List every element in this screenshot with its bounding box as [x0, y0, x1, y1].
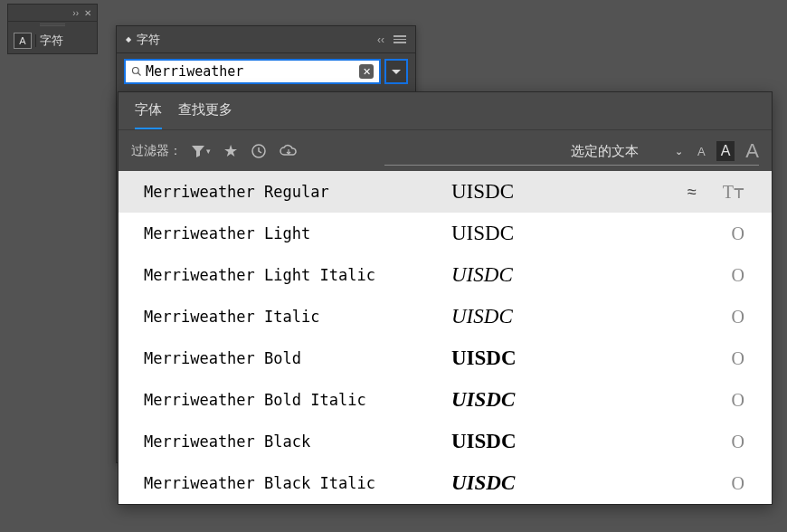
- font-search-box[interactable]: ✕: [124, 59, 381, 84]
- font-row[interactable]: Merriweather RegularUISDC≈Tᴛ: [119, 171, 772, 213]
- tab-fonts[interactable]: 字体: [135, 101, 162, 129]
- font-type-icon: O: [710, 348, 744, 369]
- close-icon[interactable]: ✕: [84, 8, 91, 18]
- font-row[interactable]: Merriweather ItalicUISDCO: [119, 296, 772, 337]
- chevron-down-icon: [392, 70, 401, 74]
- font-sample-preview: UISDC: [451, 263, 674, 287]
- clear-icon[interactable]: ✕: [359, 64, 374, 79]
- favorite-star-icon[interactable]: ★: [223, 141, 238, 161]
- font-row[interactable]: Merriweather BoldUISDCO: [119, 337, 772, 379]
- chevron-down-icon: ⌄: [675, 146, 683, 157]
- svg-point-0: [133, 68, 139, 74]
- menu-icon[interactable]: [394, 33, 406, 46]
- expand-icon[interactable]: ››: [72, 8, 79, 18]
- font-sample-preview: UISDC: [451, 305, 674, 328]
- tab-find-more[interactable]: 查找更多: [178, 101, 232, 129]
- bullet-icon: ◆: [126, 35, 131, 43]
- character-label: 字符: [40, 33, 63, 49]
- font-name-label: Merriweather Bold Italic: [144, 391, 451, 409]
- sample-text-label: 选定的文本: [571, 143, 639, 160]
- tool-panel: ›› ✕ A 字符: [7, 4, 98, 54]
- character-icon: A: [14, 33, 32, 49]
- drag-handle[interactable]: [8, 21, 97, 28]
- font-sample-preview: UISDC: [451, 388, 674, 412]
- font-name-label: Merriweather Black Italic: [144, 474, 451, 492]
- filter-label: 过滤器：: [131, 143, 182, 159]
- font-type-icon: O: [710, 223, 744, 244]
- font-name-label: Merriweather Light Italic: [144, 266, 451, 284]
- font-dropdown-toggle[interactable]: [384, 59, 408, 84]
- divider: [131, 165, 759, 166]
- font-similarity-badge: ≈: [674, 183, 710, 202]
- search-icon: [131, 66, 142, 77]
- font-size-medium[interactable]: A: [716, 141, 735, 161]
- font-name-label: Merriweather Light: [144, 224, 451, 242]
- font-search-row: ✕: [117, 53, 415, 90]
- font-name-label: Merriweather Bold: [144, 349, 451, 367]
- panel-title: 字符: [137, 32, 160, 48]
- character-panel-button[interactable]: A 字符: [8, 28, 97, 53]
- sample-text-select[interactable]: 选定的文本 ⌄: [567, 140, 687, 163]
- font-sample-preview: UISDC: [451, 471, 674, 495]
- font-row[interactable]: Merriweather BlackUISDCO: [119, 421, 772, 462]
- font-sample-preview: UISDC: [451, 347, 674, 370]
- font-sample-preview: UISDC: [451, 430, 674, 453]
- font-row[interactable]: Merriweather Bold ItalicUISDCO: [119, 379, 772, 421]
- filter-funnel-icon[interactable]: ▾: [191, 144, 211, 158]
- font-row[interactable]: Merriweather Black ItalicUISDCO: [119, 462, 772, 504]
- font-list: Merriweather RegularUISDC≈TᴛMerriweather…: [119, 171, 772, 504]
- cloud-sync-icon[interactable]: [280, 144, 298, 158]
- font-type-icon: O: [710, 473, 744, 494]
- font-row[interactable]: Merriweather Light ItalicUISDCO: [119, 254, 772, 296]
- font-search-input[interactable]: [146, 63, 356, 80]
- font-type-icon: Tᴛ: [710, 181, 744, 203]
- recent-clock-icon[interactable]: [251, 143, 267, 159]
- font-sample-preview: UISDC: [451, 222, 674, 245]
- font-name-label: Merriweather Regular: [144, 183, 451, 201]
- font-name-label: Merriweather Black: [144, 432, 451, 451]
- font-type-icon: O: [710, 432, 744, 452]
- font-type-icon: O: [710, 265, 744, 286]
- separator: [35, 34, 36, 47]
- svg-line-1: [138, 73, 141, 76]
- font-name-label: Merriweather Italic: [144, 308, 451, 326]
- font-sample-preview: UISDC: [451, 180, 674, 204]
- font-row[interactable]: Merriweather LightUISDCO: [119, 213, 772, 254]
- font-type-icon: O: [710, 307, 744, 328]
- font-type-icon: O: [710, 390, 744, 411]
- collapse-icon[interactable]: ‹‹: [377, 33, 384, 46]
- font-picker-dropdown: 字体 查找更多 过滤器： ▾ ★ 选定的文本 ⌄ A A A Merri: [118, 91, 773, 505]
- font-picker-tabs: 字体 查找更多: [119, 92, 772, 129]
- filter-row: 过滤器： ▾ ★ 选定的文本 ⌄ A A A: [119, 129, 772, 163]
- tool-panel-header: ›› ✕: [8, 5, 97, 21]
- panel-tab-bar: ◆ 字符 ‹‹: [117, 26, 415, 53]
- font-size-large[interactable]: A: [745, 139, 759, 163]
- font-size-small[interactable]: A: [697, 145, 706, 158]
